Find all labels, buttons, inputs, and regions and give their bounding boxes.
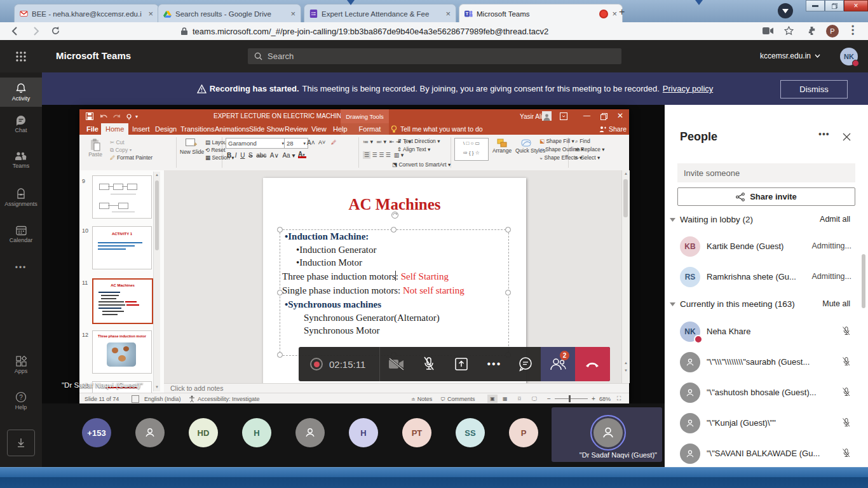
ppt-close-icon[interactable]: ✕ xyxy=(617,111,623,120)
zoom-percent[interactable]: 68% xyxy=(599,396,611,402)
camera-in-use-icon[interactable] xyxy=(763,27,773,35)
format-painter-button[interactable]: 🖉 Format Painter xyxy=(110,154,153,161)
quick-styles-button[interactable]: Quick Styles xyxy=(515,139,537,154)
more-actions-button[interactable]: ••• xyxy=(478,358,510,370)
thumbnail-scrollbar[interactable]: ▲ ▼ xyxy=(153,172,160,391)
browser-tab-teams[interactable]: T Microsoft Teams × xyxy=(459,4,623,23)
back-icon[interactable] xyxy=(10,26,20,36)
copy-button[interactable]: ⧉ Copy ▾ xyxy=(110,147,132,154)
in-meeting-header[interactable]: Currently in this meeting (163) xyxy=(680,299,795,309)
accessibility-status[interactable]: Accessibility: Investigate xyxy=(198,396,260,402)
download-desktop-app-button[interactable] xyxy=(7,430,35,456)
camera-off-button[interactable] xyxy=(380,358,412,370)
clear-formatting-icon[interactable]: 🖉 xyxy=(331,139,337,146)
ppt-restore-icon[interactable] xyxy=(600,113,607,120)
window-maximize-button[interactable] xyxy=(825,0,844,11)
chat-button[interactable] xyxy=(511,356,541,372)
forward-icon[interactable] xyxy=(31,26,41,36)
lobby-row[interactable]: KB Kartik Bende (Guest) Admitting... xyxy=(665,236,868,257)
font-style-buttons[interactable]: B I U S abc A∨ Aa ▾ xyxy=(227,152,295,159)
participant-row[interactable]: "\"SAVANI BALKAWADE (Gu... xyxy=(665,443,868,464)
participant-row[interactable]: NK Neha Khare xyxy=(665,321,868,342)
padlock-icon[interactable] xyxy=(180,27,188,36)
lobby-row[interactable]: RS Ramkrishna shete (Gu... Admitting... xyxy=(665,266,868,288)
tab-close-icon[interactable]: × xyxy=(612,10,617,18)
browser-tab-forms[interactable]: Expert Lecture Attendance & Fee × xyxy=(304,4,456,23)
participant-avatar[interactable] xyxy=(135,418,165,447)
lobby-header[interactable]: Waiting in lobby (2) xyxy=(680,215,753,224)
touch-mode-icon[interactable] xyxy=(125,112,133,120)
section-collapse-icon[interactable] xyxy=(670,302,675,306)
new-slide-button[interactable]: New Slide xyxy=(180,139,203,155)
share-screen-button[interactable] xyxy=(445,357,478,371)
select-button[interactable]: ▻ Select ▾ xyxy=(575,154,600,161)
font-color-button[interactable]: A▾ xyxy=(298,151,306,158)
tab-close-icon[interactable]: × xyxy=(445,10,451,18)
participant-row[interactable]: "\"Kunjal (Guest)\"" xyxy=(665,412,868,434)
participant-avatar[interactable]: H xyxy=(349,418,378,447)
thumbnail-slide-10[interactable]: ACTIVITY 1 xyxy=(92,226,152,269)
mic-muted-icon[interactable] xyxy=(841,448,851,458)
undo-icon[interactable] xyxy=(100,113,108,119)
browser-tab-gmail[interactable]: BEE - neha.khare@kccemsr.edu.i × xyxy=(14,4,159,23)
teams-user-avatar[interactable]: NK xyxy=(840,48,858,65)
sidebar-item-activity[interactable]: Activity xyxy=(0,78,42,107)
sidebar-item-chat[interactable]: Chat xyxy=(0,114,42,133)
participant-row[interactable]: "\"\\\"\\\\\\\\"saurabh (Guest... xyxy=(665,351,868,373)
spotlight-participant-tile[interactable]: "Dr Sadaf Naqvi (Guest)" xyxy=(552,407,662,462)
waffle-icon[interactable] xyxy=(15,51,27,62)
browser-menu-kebab-icon[interactable]: ••• xyxy=(851,25,854,36)
qat-dropdown-icon[interactable]: ▾ xyxy=(135,114,138,119)
language-status[interactable]: English (India) xyxy=(144,396,181,402)
align-buttons[interactable]: ☰ ☰ ☰ ☰ ▥ ▾ xyxy=(363,152,403,158)
sidebar-item-teams[interactable]: Teams xyxy=(0,151,42,169)
mic-muted-icon[interactable] xyxy=(841,356,851,367)
mute-all-button[interactable]: Mute all xyxy=(822,299,850,308)
tab-view[interactable]: View xyxy=(307,123,331,135)
tenant-switcher[interactable]: kccemsr.edu.in xyxy=(760,51,820,60)
hang-up-button[interactable] xyxy=(575,347,610,381)
participant-avatar[interactable] xyxy=(295,418,325,447)
replace-button-label[interactable]: ᵃᵇ Replace ▾ xyxy=(575,146,605,152)
participant-avatar[interactable]: PT xyxy=(402,418,431,447)
grow-font-icon[interactable]: A˄ xyxy=(307,139,315,146)
fit-to-window-icon[interactable]: ⛶ xyxy=(617,395,621,402)
panel-scrollbar[interactable] xyxy=(862,254,865,308)
extensions-puzzle-icon[interactable] xyxy=(807,26,817,36)
rotation-handle[interactable] xyxy=(391,211,399,219)
smartart-button[interactable]: ⬔ Convert to SmartArt ▾ xyxy=(392,161,451,168)
tab-home[interactable]: Home xyxy=(101,123,128,135)
mic-muted-icon[interactable] xyxy=(841,387,851,397)
zoom-slider-thumb[interactable] xyxy=(569,395,571,402)
reset-button[interactable]: ⟲ Reset xyxy=(205,147,226,153)
notes-toggle[interactable]: ≐Notes xyxy=(411,396,432,402)
notes-pane[interactable]: Click to add notes xyxy=(164,383,629,393)
paste-button[interactable]: Paste xyxy=(86,139,105,158)
tab-file[interactable]: File xyxy=(82,123,103,135)
tab-close-icon[interactable]: × xyxy=(290,10,295,18)
window-close-button[interactable]: × xyxy=(844,0,868,11)
save-icon[interactable] xyxy=(86,112,93,120)
redo-icon[interactable] xyxy=(112,113,121,119)
panel-more-icon[interactable]: ••• xyxy=(818,129,830,139)
arrange-button[interactable]: Arrange xyxy=(491,139,513,154)
thumbnail-slide-12[interactable]: Three phase induction motor xyxy=(92,330,152,374)
spellcheck-icon[interactable] xyxy=(132,395,139,403)
sidebar-item-help[interactable]: ? Help xyxy=(0,391,42,410)
tell-me-box[interactable]: Tell me what you want to do xyxy=(391,123,483,135)
find-button[interactable]: ⌕ Find xyxy=(575,138,590,145)
sidebar-item-apps[interactable]: Apps xyxy=(0,356,42,374)
participant-avatar[interactable]: SS xyxy=(456,418,485,447)
browser-avatar[interactable]: P xyxy=(826,25,839,37)
show-participants-button[interactable]: 2 xyxy=(541,347,574,381)
share-invite-button[interactable]: Share invite xyxy=(677,187,855,206)
reload-icon[interactable] xyxy=(51,26,60,36)
zoom-in-icon[interactable]: + xyxy=(592,395,595,402)
slide-sorter-view-icon[interactable]: ▦ xyxy=(503,396,508,402)
reading-view-icon[interactable]: ⌼ xyxy=(518,396,521,402)
cut-button[interactable]: ✂ Cut xyxy=(110,139,125,146)
account-avatar[interactable] xyxy=(542,111,552,121)
participant-avatar[interactable]: P xyxy=(509,418,538,447)
privacy-policy-link[interactable]: Privacy policy xyxy=(663,84,713,93)
font-family-select[interactable]: Garamond▾ xyxy=(226,138,287,149)
